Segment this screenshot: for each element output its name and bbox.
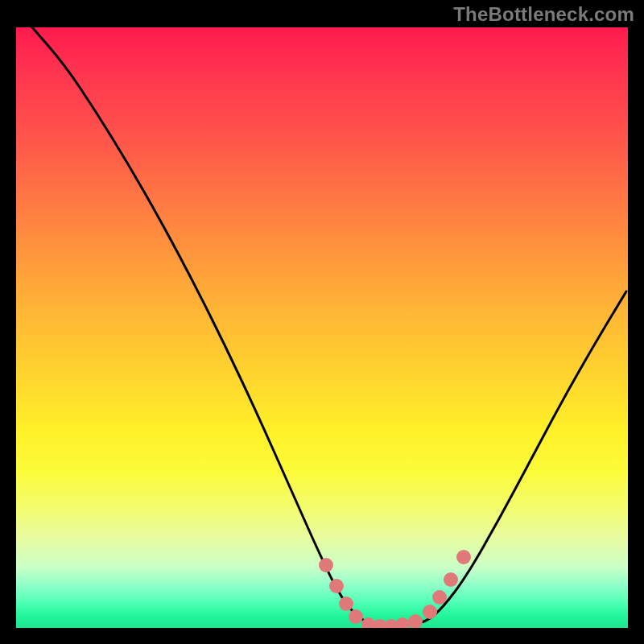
highlight-dot <box>319 558 333 572</box>
highlight-dots-group <box>319 550 471 628</box>
chart-plot-area <box>16 27 628 628</box>
chart-frame <box>11 23 633 633</box>
highlight-dot <box>408 614 423 628</box>
highlight-dot <box>329 579 344 593</box>
highlight-dot <box>456 550 471 564</box>
highlight-dot <box>339 597 353 611</box>
highlight-dot <box>432 590 447 605</box>
highlight-dot <box>349 609 363 624</box>
chart-svg <box>16 27 628 628</box>
highlight-dot <box>423 605 437 619</box>
bottleneck-curve <box>32 27 626 626</box>
highlight-dot <box>395 617 410 628</box>
highlight-dot <box>444 572 458 587</box>
